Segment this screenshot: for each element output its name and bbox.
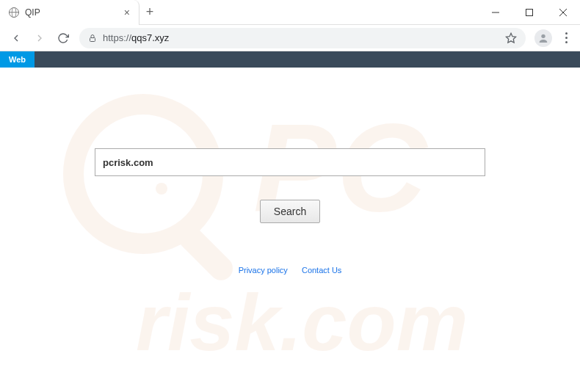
globe-icon: [9, 7, 19, 18]
reload-button[interactable]: [53, 28, 73, 48]
window-controls: [479, 0, 580, 25]
nav-tab-web[interactable]: Web: [0, 51, 35, 68]
browser-menu-button[interactable]: [558, 28, 574, 48]
browser-tab[interactable]: QIP ×: [0, 0, 139, 25]
svg-rect-11: [90, 37, 95, 41]
svg-marker-12: [506, 33, 515, 43]
tab-close-icon[interactable]: ×: [124, 7, 130, 18]
search-button[interactable]: Search: [260, 200, 320, 223]
new-tab-button[interactable]: +: [139, 2, 160, 23]
browser-tab-strip: QIP × +: [0, 0, 580, 25]
search-input[interactable]: [95, 148, 485, 176]
profile-avatar[interactable]: [534, 29, 552, 47]
lock-icon: [88, 34, 97, 43]
forward-button[interactable]: [29, 28, 50, 48]
close-window-button[interactable]: [546, 0, 580, 25]
back-button[interactable]: [6, 28, 26, 48]
page-content: Search Privacy policy Contact Us: [0, 68, 580, 275]
minimize-button[interactable]: [479, 0, 512, 25]
maximize-button[interactable]: [512, 0, 546, 25]
browser-toolbar: https://qqs7.xyz: [0, 25, 580, 51]
svg-rect-8: [526, 10, 533, 16]
address-bar[interactable]: https://qqs7.xyz: [79, 28, 526, 48]
svg-point-13: [541, 34, 545, 37]
privacy-policy-link[interactable]: Privacy policy: [239, 266, 288, 275]
footer-links: Privacy policy Contact Us: [0, 266, 580, 275]
page-nav-bar: Web: [0, 51, 580, 68]
url-text: https://qqs7.xyz: [103, 32, 169, 43]
bookmark-star-icon[interactable]: [505, 32, 517, 44]
svg-text:risk.com: risk.com: [136, 277, 468, 367]
tab-title: QIP: [25, 7, 118, 18]
contact-us-link[interactable]: Contact Us: [302, 266, 341, 275]
